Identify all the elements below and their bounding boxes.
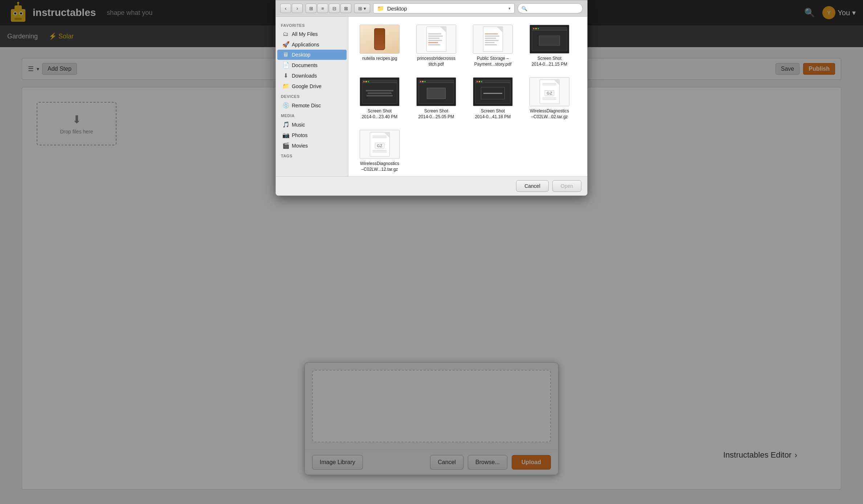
sidebar-item-documents[interactable]: 📄 Documents: [277, 60, 347, 70]
desktop-icon: 🖥: [282, 51, 289, 58]
file-item-screenshot3[interactable]: Screen Shot2014-0...25.05 PM: [411, 75, 462, 122]
file-name-public-storage: Public Storage –Payment...story.pdf: [474, 56, 512, 67]
file-item-screenshot4[interactable]: Screen Shot2014-0...41.18 PM: [467, 75, 518, 122]
file-name-screenshot4: Screen Shot2014-0...41.18 PM: [475, 108, 511, 120]
forward-button[interactable]: ›: [292, 4, 303, 13]
sidebar: FAVORITES 🗂 All My Files 🚀 Applications …: [276, 17, 348, 176]
cancel-button[interactable]: Cancel: [516, 180, 549, 192]
remote-disc-icon: 💿: [282, 102, 289, 109]
sidebar-item-desktop[interactable]: 🖥 Desktop: [277, 50, 347, 60]
file-item-screenshot1[interactable]: Screen Shot2014-0...21.15 PM: [524, 22, 575, 69]
all-my-files-icon: 🗂: [282, 31, 289, 37]
sidebar-item-applications[interactable]: 🚀 Applications: [277, 39, 347, 50]
movies-label: Movies: [292, 143, 308, 149]
search-icon: 🔍: [522, 6, 527, 11]
file-grid: nutella recipes.jpg: [348, 17, 587, 176]
nav-buttons: ‹ ›: [280, 4, 303, 13]
search-box[interactable]: 🔍: [518, 3, 583, 13]
tags-label: TAGS: [276, 151, 348, 160]
sidebar-item-photos[interactable]: 📷 Photos: [277, 130, 347, 140]
file-thumb-screenshot1: [529, 25, 569, 54]
file-thumb-wireless2: GZ: [360, 130, 400, 159]
file-name-screenshot1: Screen Shot2014-0...21.15 PM: [532, 56, 568, 67]
devices-label: DEVICES: [276, 91, 348, 100]
file-picker-bottom: Cancel Open: [276, 176, 587, 195]
file-picker-overlay: ‹ › ⊞ ≡ ⊟ ⊠ ⊞ ▾ 📁 Desktop ▾ 🔍 FAV: [0, 0, 863, 504]
file-picker-toolbar: ‹ › ⊞ ≡ ⊟ ⊠ ⊞ ▾ 📁 Desktop ▾ 🔍: [276, 0, 587, 17]
location-bar[interactable]: 📁 Desktop ▾: [373, 3, 515, 13]
file-item-princess[interactable]: princessbridecrossstitch.pdf: [411, 22, 462, 69]
back-button[interactable]: ‹: [280, 4, 291, 13]
sidebar-item-remote-disc[interactable]: 💿 Remote Disc: [277, 100, 347, 111]
photos-label: Photos: [292, 132, 308, 138]
file-picker-body: FAVORITES 🗂 All My Files 🚀 Applications …: [276, 17, 587, 176]
media-label: MEDIA: [276, 111, 348, 119]
all-my-files-label: All My Files: [292, 31, 318, 37]
file-item-wireless2[interactable]: GZ WirelessDiagnostics–C02LW...12.tar.gz: [354, 128, 405, 174]
file-name-princess: princessbridecrossstitch.pdf: [417, 56, 455, 67]
desktop-label: Desktop: [292, 52, 310, 58]
icon-view-button[interactable]: ⊞: [306, 4, 316, 13]
file-name-screenshot2: Screen Shot2014-0...23.40 PM: [362, 108, 398, 120]
sidebar-item-google-drive[interactable]: 📁 Google Drive: [277, 81, 347, 91]
file-thumb-screenshot4: [473, 77, 513, 106]
applications-icon: 🚀: [282, 41, 289, 48]
movies-icon: 🎬: [282, 142, 289, 149]
file-thumb-screenshot3: [416, 77, 456, 106]
arrange-button[interactable]: ⊞ ▾: [354, 4, 370, 13]
file-name-nutella: nutella recipes.jpg: [362, 56, 397, 62]
location-dropdown-icon: ▾: [508, 6, 511, 11]
sidebar-item-movies[interactable]: 🎬 Movies: [277, 140, 347, 151]
google-drive-label: Google Drive: [292, 83, 322, 89]
downloads-icon: ⬇: [282, 72, 289, 79]
folder-icon: 📁: [377, 5, 384, 12]
music-icon: 🎵: [282, 121, 289, 128]
file-item-public-storage[interactable]: Public Storage –Payment...story.pdf: [467, 22, 518, 69]
sidebar-item-music[interactable]: 🎵 Music: [277, 119, 347, 130]
file-thumb-princess: [416, 25, 456, 54]
photos-icon: 📷: [282, 132, 289, 139]
sidebar-item-all-my-files[interactable]: 🗂 All My Files: [277, 29, 347, 39]
documents-label: Documents: [292, 62, 318, 68]
coverflow-view-button[interactable]: ⊠: [340, 4, 351, 13]
file-item-wireless1[interactable]: GZ WirelessDiagnostics–C02LW...02.tar.gz: [524, 75, 575, 122]
file-name-wireless2: WirelessDiagnostics–C02LW...12.tar.gz: [360, 161, 399, 172]
location-label: Desktop: [387, 5, 407, 12]
file-name-screenshot3: Screen Shot2014-0...25.05 PM: [418, 108, 454, 120]
view-buttons: ⊞ ≡ ⊟ ⊠: [306, 4, 351, 13]
file-picker-dialog: ‹ › ⊞ ≡ ⊟ ⊠ ⊞ ▾ 📁 Desktop ▾ 🔍 FAV: [275, 0, 588, 196]
applications-label: Applications: [292, 42, 319, 47]
file-thumb-screenshot2: [360, 77, 400, 106]
file-thumb-wireless1: GZ: [529, 77, 569, 106]
file-item-screenshot2[interactable]: Screen Shot2014-0...23.40 PM: [354, 75, 405, 122]
file-item-nutella[interactable]: nutella recipes.jpg: [354, 22, 405, 69]
file-thumb-nutella: [360, 25, 400, 54]
file-name-wireless1: WirelessDiagnostics–C02LW...02.tar.gz: [530, 108, 569, 120]
downloads-label: Downloads: [292, 73, 317, 79]
list-view-button[interactable]: ≡: [317, 4, 328, 13]
file-thumb-public-storage: [473, 25, 513, 54]
music-label: Music: [292, 122, 305, 128]
column-view-button[interactable]: ⊟: [329, 4, 340, 13]
open-button[interactable]: Open: [552, 180, 581, 192]
sidebar-item-downloads[interactable]: ⬇ Downloads: [277, 70, 347, 81]
remote-disc-label: Remote Disc: [292, 103, 321, 108]
favorites-label: FAVORITES: [276, 20, 348, 29]
google-drive-icon: 📁: [282, 83, 289, 90]
documents-icon: 📄: [282, 62, 289, 69]
